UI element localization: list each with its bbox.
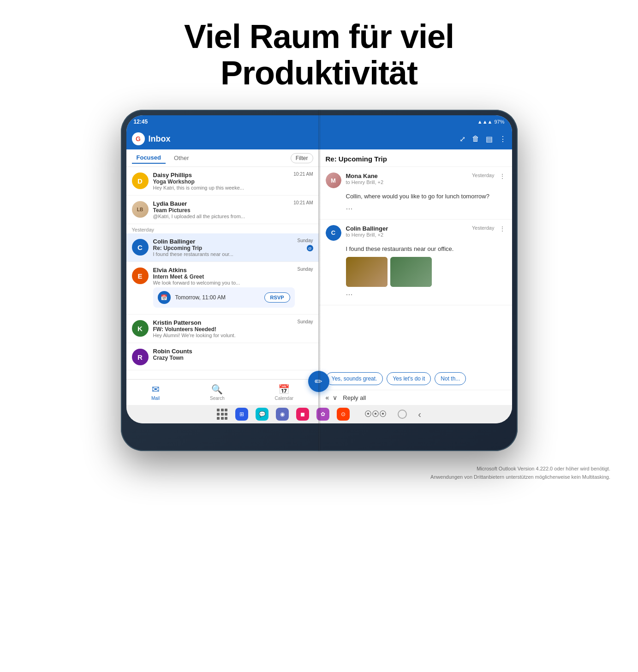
calendar-nav-icon: 📅 — [278, 384, 290, 395]
detail-subject: Re: Upcoming Trip — [319, 149, 512, 167]
more-icon-mona[interactable]: ⋮ — [499, 172, 506, 180]
battery-indicator: 97% — [494, 119, 504, 125]
event-time: Tomorrow, 11:00 AM — [175, 294, 260, 301]
event-icon: 📅 — [158, 291, 171, 304]
email-item-daisy[interactable]: D Daisy Phillips Yoga Workshop Hey Katri… — [126, 167, 319, 196]
preview-kristin: Hey Alumni! We're looking for volunt. — [153, 333, 295, 338]
email-list-panel: Focused Other Filter D Daisy Phillips Yo… — [126, 149, 319, 405]
status-time: 12:45 — [134, 119, 148, 125]
calendar-nav-label: Calendar — [274, 396, 293, 401]
mail-nav-label: Mail — [151, 396, 160, 401]
sender-colin: Colin Ballinger — [153, 238, 295, 245]
phone-device: 12:45 ▲▲▲ 97% G Inbox ⤢ 🗑 ▤ — [121, 110, 518, 451]
avatar-colin: C — [132, 239, 149, 256]
quick-reply-1[interactable]: Yes, sounds great. — [326, 372, 383, 385]
expand-icon[interactable]: ⤢ — [459, 135, 465, 143]
msg-body-colin: I found these restaurants near our offic… — [346, 244, 506, 254]
detail-scroll[interactable]: M Mona Kane to Henry Brill, +2 Yesterday… — [319, 167, 512, 368]
message-colin-detail: C Colin Ballinger to Henry Brill, +2 Yes… — [319, 220, 512, 306]
app-header-left: G Inbox — [132, 132, 455, 145]
reply-toolbar: « ∨ Reply all — [319, 390, 512, 405]
more-options-icon[interactable]: ⋮ — [499, 135, 507, 143]
reply-all-button[interactable]: Reply all — [343, 394, 366, 401]
search-nav-label: Search — [210, 396, 225, 401]
email-item-elvia[interactable]: E Elvia Atkins Intern Meet & Greet We lo… — [126, 262, 319, 315]
subject-colin: Re: Upcoming Trip — [153, 245, 295, 251]
disclaimer-line2: Anwendungen von Drittanbietern unterstüt… — [0, 473, 610, 482]
preview-elvia: We look forward to welcoming you to... — [153, 280, 295, 285]
bottom-nav: ✉ Mail 🔍 Search 📅 Calendar — [126, 379, 319, 405]
sender-daisy: Daisy Phillips — [153, 172, 291, 178]
restaurant-img-1 — [346, 257, 388, 287]
msg-time-colin-detail: Yesterday — [472, 225, 495, 231]
time-kristin: Sunday — [298, 319, 313, 324]
archive-icon[interactable]: ▤ — [486, 135, 493, 143]
mail-nav-icon: ✉ — [152, 384, 160, 395]
preview-lydia: @Katri, I uploaded all the pictures from… — [153, 214, 291, 219]
email-item-kristin[interactable]: K Kristin Patterson FW: Volunteers Neede… — [126, 315, 319, 343]
time-elvia: Sunday — [298, 267, 313, 272]
msg-dots-colin: ··· — [346, 290, 506, 299]
phone-outer-shell: 12:45 ▲▲▲ 97% G Inbox ⤢ 🗑 ▤ — [121, 110, 518, 451]
preview-colin: I found these restaurants near our... — [153, 251, 295, 257]
date-separator-yesterday: Yesterday — [126, 224, 319, 233]
tab-other[interactable]: Other — [169, 153, 194, 163]
filter-button[interactable]: Filter — [291, 153, 313, 163]
quick-replies: Yes, sounds great. Yes let's do it Not t… — [319, 368, 512, 390]
sys-nav-menu[interactable]: ⦿⦿⦿ — [364, 410, 387, 418]
quick-reply-3[interactable]: Not th... — [435, 372, 466, 385]
nav-calendar[interactable]: 📅 Calendar — [267, 382, 301, 403]
search-nav-icon: 🔍 — [211, 384, 223, 395]
email-item-colin[interactable]: C Colin Ballinger Re: Upcoming Trip I fo… — [126, 233, 319, 262]
disclaimer: Microsoft Outlook Version 4.222.0 oder h… — [0, 465, 638, 481]
sender-kristin: Kristin Patterson — [153, 319, 295, 326]
message-mona: M Mona Kane to Henry Brill, +2 Yesterday… — [319, 167, 512, 220]
subject-elvia: Intern Meet & Greet — [153, 274, 295, 280]
avatar-lydia: LB — [132, 201, 149, 218]
gmail-icon: G — [132, 132, 145, 145]
tab-focused[interactable]: Focused — [132, 152, 166, 164]
dock-outlook[interactable]: ⊞ — [235, 408, 248, 421]
restaurant-images — [346, 257, 506, 287]
sender-name-colin-detail: Colin Ballinger — [346, 225, 467, 232]
avatar-colin-detail: C — [326, 225, 341, 241]
avatar-mona: M — [326, 172, 341, 188]
quick-reply-2[interactable]: Yes let's do it — [387, 372, 431, 385]
inbox-title: Inbox — [149, 134, 171, 144]
nav-search[interactable]: 🔍 Search — [203, 382, 232, 403]
dock-camera[interactable]: ⊙ — [337, 408, 350, 421]
msg-to-mona: to Henry Brill, +2 — [346, 179, 467, 185]
fold-crease — [318, 110, 320, 451]
header-actions: ⤢ 🗑 ▤ ⋮ — [459, 135, 507, 143]
delete-icon[interactable]: 🗑 — [472, 135, 479, 143]
time-daisy: 10:21 AM — [293, 172, 313, 177]
page-headline: Viel Raum für viel Produktivität — [184, 18, 454, 91]
disclaimer-line1: Microsoft Outlook Version 4.222.0 oder h… — [0, 465, 610, 473]
avatar-elvia: E — [132, 268, 149, 284]
preview-daisy: Hey Katri, this is coming up this weeke.… — [153, 185, 291, 190]
nav-mail[interactable]: ✉ Mail — [144, 382, 167, 403]
email-item-lydia[interactable]: LB Lydia Bauer Team Pictures @Katri, I u… — [126, 196, 319, 224]
email-detail-panel: Re: Upcoming Trip M Mona Kane — [319, 149, 512, 405]
msg-time-mona: Yesterday — [472, 172, 495, 178]
rsvp-button[interactable]: RSVP — [264, 292, 290, 303]
more-icon-colin[interactable]: ⋮ — [499, 225, 506, 232]
avatar-daisy: D — [132, 172, 149, 189]
sender-elvia: Elvia Atkins — [153, 267, 295, 274]
reply-chevron[interactable]: ∨ — [333, 394, 337, 401]
subject-kristin: FW: Volunteers Needed! — [153, 326, 295, 333]
subject-daisy: Yoga Workshop — [153, 178, 291, 185]
sys-nav-back[interactable]: ‹ — [418, 409, 421, 420]
sys-nav-home[interactable] — [398, 410, 407, 419]
dock-app3[interactable]: ◉ — [276, 408, 289, 421]
reply-icon[interactable]: « — [326, 394, 329, 401]
subject-robin: Crazy Town — [153, 355, 313, 361]
dock-chat[interactable]: 💬 — [256, 408, 268, 421]
email-item-robin[interactable]: R Robin Counts Crazy Town — [126, 343, 319, 370]
apps-grid-icon[interactable] — [217, 409, 228, 420]
dock-app4[interactable]: ◼ — [296, 408, 309, 421]
event-card-elvia: 📅 Tomorrow, 11:00 AM RSVP — [153, 287, 295, 308]
subject-lydia: Team Pictures — [153, 207, 291, 214]
email-list-scroll[interactable]: D Daisy Phillips Yoga Workshop Hey Katri… — [126, 167, 319, 379]
msg-dots-mona: ··· — [346, 204, 506, 214]
